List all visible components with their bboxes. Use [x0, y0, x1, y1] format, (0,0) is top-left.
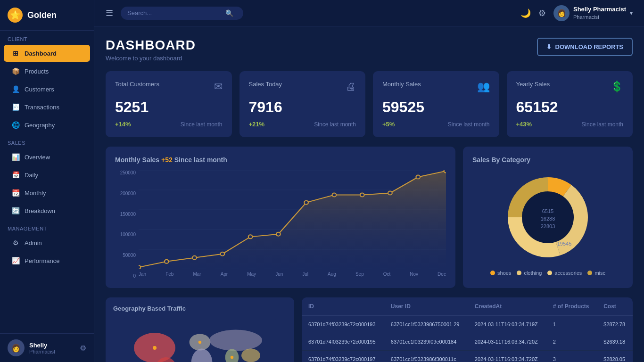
svg-point-6: [139, 265, 140, 269]
customers-icon: 👤: [11, 85, 20, 93]
y-axis-labels: 250000200000150000100000500000: [115, 170, 139, 279]
stat-card-value: 7916: [249, 99, 356, 116]
stat-card-change: +43%: [516, 121, 532, 128]
sidebar-item-customers[interactable]: 👤Customers: [4, 81, 90, 98]
stat-card-footer: +14% Since last month: [115, 121, 223, 128]
stat-card-label: Sales Today: [249, 81, 282, 88]
sidebar-footer: 👩 Shelly Pharmacist ⚙: [0, 333, 94, 362]
donut-legend: shoesclothingaccessoriesmisc: [490, 270, 605, 276]
transactions-table: IDUser IDCreatedAt# of ProductsCost 6370…: [302, 297, 633, 362]
settings-icon[interactable]: ⚙: [80, 344, 86, 353]
stat-card-header: Total Customers ✉: [115, 81, 223, 93]
sidebar-item-label: Geography: [25, 122, 55, 129]
sidebar-item-admin[interactable]: ⚙Admin: [4, 234, 90, 251]
sidebar-item-performance[interactable]: 📈Performance: [4, 252, 90, 269]
footer-user-role: Pharmacist: [29, 349, 55, 354]
topbar-user[interactable]: 👩 Shelly Pharmacist Pharmacist ▾: [553, 5, 633, 21]
table-header-cell: CreatedAt: [468, 297, 546, 316]
topbar-user-info: Shelly Pharmacist Pharmacist: [573, 6, 626, 20]
admin-icon: ⚙: [11, 239, 20, 247]
legend-label: shoes: [497, 270, 511, 276]
x-label: Oct: [383, 272, 391, 277]
svg-point-8: [192, 256, 197, 260]
sidebar-nav: Client⊞Dashboard📦Products👤Customers🧾Tran…: [0, 31, 94, 270]
svg-point-11: [276, 232, 281, 236]
table-row[interactable]: 63701d74f03239c72c00019563701cc1f03239f0…: [302, 333, 633, 351]
line-chart-area: 250000200000150000100000500000: [115, 170, 446, 279]
footer-user-info: Shelly Pharmacist: [29, 342, 55, 354]
donut-chart-card: Sales By Category 6515 16288 22803 19545…: [463, 147, 633, 288]
menu-toggle-icon[interactable]: ☰: [106, 8, 113, 18]
sidebar-item-overview[interactable]: 📊Overview: [4, 148, 90, 165]
x-label: Nov: [410, 272, 418, 277]
avatar: 👩: [8, 339, 25, 356]
svg-point-32: [153, 346, 157, 350]
stat-card-change: +5%: [382, 121, 395, 128]
daily-icon: 📅: [11, 171, 20, 179]
sidebar-item-label: Performance: [25, 257, 59, 264]
table-cell: 2024-03-11T16:03:34.720Z: [468, 333, 546, 351]
sidebar-item-transactions[interactable]: 🧾Transactions: [4, 99, 90, 115]
stat-card-label: Total Customers: [115, 81, 159, 88]
geography-icon: 🌐: [11, 121, 20, 129]
svg-text:22803: 22803: [541, 223, 555, 229]
sidebar-item-products[interactable]: 📦Products: [4, 63, 90, 80]
stat-card-value: 65152: [516, 99, 624, 116]
stat-card-since: Since last month: [581, 121, 623, 128]
table-cell: 2: [546, 333, 597, 351]
moon-icon[interactable]: 🌙: [520, 8, 531, 18]
sidebar-item-dashboard[interactable]: ⊞Dashboard: [4, 45, 90, 62]
search-box[interactable]: 🔍: [121, 7, 243, 20]
overview-icon: 📊: [11, 153, 20, 161]
search-input[interactable]: [127, 9, 222, 16]
table-header-cell: User ID: [384, 297, 468, 316]
stat-card-change: +14%: [115, 121, 131, 128]
legend-item-accessories: accessories: [547, 270, 582, 276]
table-cell: 63701d74f03239c72c000197: [302, 351, 384, 362]
x-label: Dec: [438, 272, 446, 277]
legend-dot: [587, 271, 592, 275]
x-label: Feb: [165, 272, 173, 277]
stat-card-header: Yearly Sales 💲: [516, 81, 624, 93]
sidebar-item-monthly[interactable]: 📆Monthly: [4, 184, 90, 201]
svg-point-16: [416, 175, 420, 179]
table-row[interactable]: 63701d74f03239c72c00019763701cc1f0323986…: [302, 351, 633, 362]
charts-row: Monthly Sales +52 Since last month 25000…: [106, 147, 633, 288]
svg-point-7: [165, 260, 169, 263]
stat-card-header: Sales Today 🖨: [249, 81, 356, 93]
topbar-right: 🌙 ⚙ 👩 Shelly Pharmacist Pharmacist ▾: [520, 5, 633, 21]
page-title: DASHBOARD: [106, 38, 196, 53]
topbar-avatar: 👩: [553, 5, 570, 21]
gear-icon[interactable]: ⚙: [538, 8, 546, 18]
legend-item-clothing: clothing: [517, 270, 542, 276]
svg-point-12: [304, 201, 308, 205]
logo-text: Golden: [27, 10, 57, 20]
table-cell: 3: [546, 351, 597, 362]
stat-card-icon: 💲: [611, 81, 623, 93]
stat-card-2: Monthly Sales 👥 59525 +5% Since last mon…: [373, 71, 499, 137]
stat-card-icon: 👥: [477, 81, 490, 93]
table-row[interactable]: 63701d74f03239c72c00019363701cc1f0323986…: [302, 316, 633, 333]
legend-label: misc: [594, 270, 605, 276]
table-cell: $2639.18: [597, 333, 633, 351]
legend-dot: [517, 271, 521, 275]
sidebar: ⭐ Golden Client⊞Dashboard📦Products👤Custo…: [0, 0, 94, 362]
table-cell: $2872.78: [597, 316, 633, 333]
world-map: [113, 318, 287, 362]
table-cell: $2828.05: [597, 351, 633, 362]
page-subtitle: Welcome to your dashboard: [106, 55, 196, 62]
download-reports-button[interactable]: ⬇ DOWNLOAD REPORTS: [537, 38, 633, 56]
sidebar-item-daily[interactable]: 📅Daily: [4, 166, 90, 183]
stat-card-value: 5251: [115, 99, 223, 116]
sidebar-item-geography[interactable]: 🌐Geography: [4, 116, 90, 133]
sidebar-item-breakdown[interactable]: 🔄Breakdown: [4, 202, 90, 219]
table-body: 63701d74f03239c72c00019363701cc1f0323986…: [302, 316, 633, 362]
sidebar-item-label: Dashboard: [25, 50, 57, 57]
legend-dot: [490, 271, 495, 275]
svg-point-30: [241, 349, 260, 362]
x-label: Apr: [221, 272, 228, 277]
transactions-icon: 🧾: [11, 103, 20, 111]
stat-cards: Total Customers ✉ 5251 +14% Since last m…: [106, 71, 633, 137]
stat-card-icon: 🖨: [346, 81, 356, 93]
legend-item-misc: misc: [587, 270, 605, 276]
